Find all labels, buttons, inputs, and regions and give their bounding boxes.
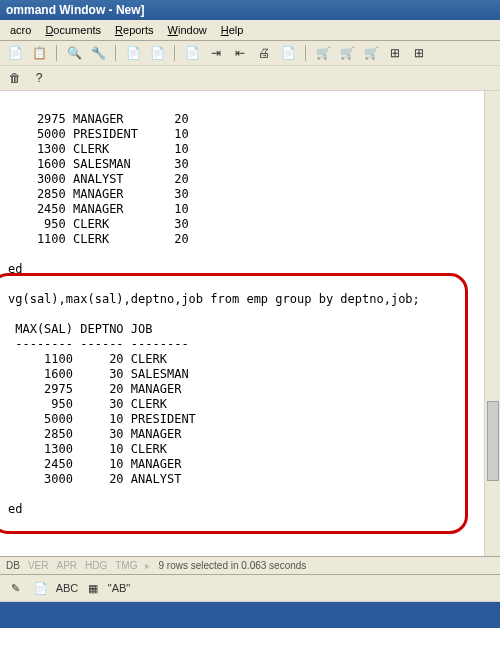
window-titlebar: ommand Window - New] [0, 0, 500, 20]
status-hdg: HDG [85, 560, 107, 571]
toolbar1-btn-12[interactable]: 🖨 [255, 44, 273, 62]
status-message: 9 rows selected in 0.063 seconds [158, 560, 306, 571]
toolbar-secondary: 🗑? [0, 66, 500, 91]
bottom-margin [0, 628, 500, 666]
scroll-thumb[interactable] [487, 401, 499, 481]
toolbar1-btn-6[interactable]: 📄 [124, 44, 142, 62]
toolbar1-btn-1[interactable]: 📋 [30, 44, 48, 62]
menu-reports[interactable]: Reports [109, 22, 160, 38]
status-db: DB [6, 560, 20, 571]
sql-output-area[interactable]: 2975 MANAGER 20 5000 PRESIDENT 10 1300 C… [0, 91, 500, 556]
lowtb-btn-0[interactable]: ✎ [6, 579, 24, 597]
vertical-scrollbar[interactable] [484, 91, 500, 556]
menu-documents[interactable]: Documents [39, 22, 107, 38]
toolbar1-btn-0[interactable]: 📄 [6, 44, 24, 62]
menu-bar: acro Documents Reports Window Help [0, 20, 500, 41]
toolbar1-btn-10[interactable]: ⇥ [207, 44, 225, 62]
taskbar-strip [0, 602, 500, 628]
status-bar: DBVERAPRHDGTMG▸9 rows selected in 0.063 … [0, 556, 500, 575]
toolbar1-btn-15[interactable]: 🛒 [314, 44, 332, 62]
toolbar-main: 📄📋🔍🔧📄📄📄⇥⇤🖨📄🛒🛒🛒⊞⊞ [0, 41, 500, 66]
window-title: ommand Window - New] [6, 3, 145, 17]
lowtb-btn-2[interactable]: ABC [58, 579, 76, 597]
toolbar2-btn-0[interactable]: 🗑 [6, 69, 24, 87]
status-apr: APR [56, 560, 77, 571]
toolbar1-btn-9[interactable]: 📄 [183, 44, 201, 62]
status-tmg: TMG [115, 560, 137, 571]
menu-macro[interactable]: acro [4, 22, 37, 38]
toolbar2-btn-1[interactable]: ? [30, 69, 48, 87]
toolbar1-btn-4[interactable]: 🔧 [89, 44, 107, 62]
status-ver: VER [28, 560, 49, 571]
toolbar1-btn-17[interactable]: 🛒 [362, 44, 380, 62]
toolbar1-btn-11[interactable]: ⇤ [231, 44, 249, 62]
toolbar1-btn-16[interactable]: 🛒 [338, 44, 356, 62]
status-arrow-icon: ▸ [145, 560, 150, 571]
toolbar1-btn-19[interactable]: ⊞ [410, 44, 428, 62]
toolbar1-btn-13[interactable]: 📄 [279, 44, 297, 62]
menu-window[interactable]: Window [162, 22, 213, 38]
toolbar1-btn-7[interactable]: 📄 [148, 44, 166, 62]
toolbar1-btn-3[interactable]: 🔍 [65, 44, 83, 62]
lowtb-btn-3[interactable]: ▦ [84, 579, 102, 597]
menu-help[interactable]: Help [215, 22, 250, 38]
lowtb-btn-4[interactable]: "AB" [110, 579, 128, 597]
lower-toolbar: ✎📄ABC▦"AB" [0, 575, 500, 602]
toolbar1-btn-18[interactable]: ⊞ [386, 44, 404, 62]
lowtb-btn-1[interactable]: 📄 [32, 579, 50, 597]
